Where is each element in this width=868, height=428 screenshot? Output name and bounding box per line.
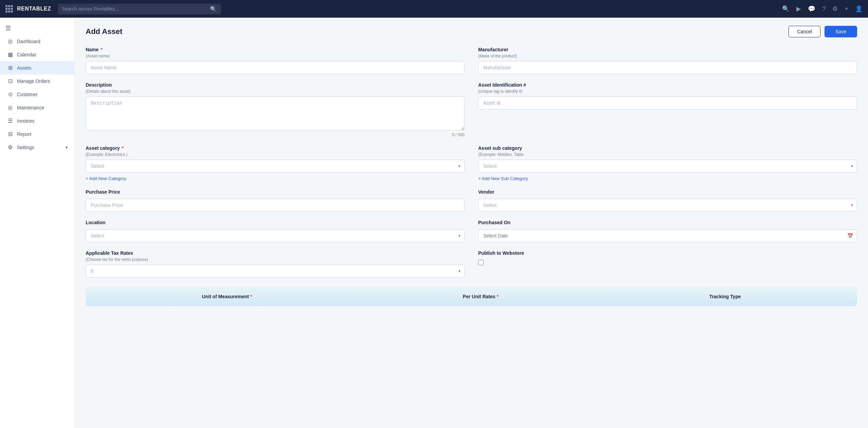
add-category-link[interactable]: + Add New Category [86, 176, 465, 181]
grid-menu[interactable] [5, 5, 13, 13]
purchase-price-input[interactable] [86, 199, 465, 212]
unit-of-measurement-field: Unit of Measurement * [202, 294, 252, 299]
sidebar-item-label: Customer [17, 92, 38, 97]
maintenance-icon: ◎ [7, 104, 14, 111]
tax-rates-field: Applicable Tax Rates (Choose tax for the… [86, 250, 465, 278]
sidebar-item-label: Settings [17, 145, 34, 150]
asset-category-select[interactable]: Select [86, 160, 465, 173]
sidebar-item-settings[interactable]: ⚙ Settings ▾ [0, 141, 74, 154]
calendar-icon: 📅 [847, 233, 853, 238]
location-label: Location [86, 220, 465, 225]
vendor-select[interactable]: Select [478, 199, 857, 212]
page-header: Add Asset Cancel Save [86, 26, 857, 37]
page-title: Add Asset [86, 27, 122, 36]
vendor-label: Vendor [478, 189, 857, 195]
grid-icon[interactable] [5, 5, 13, 13]
publish-webstore-row [478, 260, 857, 265]
location-field: Location Select ▾ [86, 220, 465, 242]
vendor-field: Vendor Select ▾ [478, 189, 857, 212]
sidebar-item-label: Invoices [17, 118, 34, 124]
publish-webstore-checkbox[interactable] [478, 260, 484, 265]
sidebar-item-label: Assets [17, 65, 31, 71]
description-textarea[interactable] [86, 96, 465, 130]
cancel-button[interactable]: Cancel [788, 26, 820, 37]
search-bar[interactable]: 🔍 [58, 4, 221, 14]
name-label: Name * [86, 47, 465, 52]
tracking-type-label: Tracking Type [709, 294, 741, 299]
chevron-down-icon: ▾ [66, 145, 68, 150]
topbar-icons: 🔍 ▶ 💬 ? ⚙ + 👤 [782, 5, 863, 13]
asset-category-label: Asset category * [86, 145, 465, 151]
report-icon: ⊟ [7, 131, 14, 137]
sidebar-item-calendar[interactable]: ▦ Calendar [0, 48, 74, 61]
sidebar-item-assets[interactable]: ⊞ Assets [0, 61, 74, 74]
manufacturer-input[interactable] [478, 61, 857, 74]
char-count: 0 / 500 [86, 132, 465, 137]
sidebar-item-label: Calendar [17, 52, 36, 57]
play-icon[interactable]: ▶ [796, 5, 801, 13]
per-unit-rates-field: Per Unit Rates * [463, 294, 499, 299]
per-unit-rates-label: Per Unit Rates * [463, 294, 499, 299]
sidebar-item-report[interactable]: ⊟ Report [0, 127, 74, 141]
manufacturer-hint: (Make of the product) [478, 54, 857, 58]
sidebar-item-invoices[interactable]: ☰ Invoices [0, 114, 74, 127]
search-icon[interactable]: 🔍 [782, 5, 789, 13]
description-hint: (Details about this asset) [86, 89, 465, 94]
unit-of-measurement-label: Unit of Measurement * [202, 294, 252, 299]
manufacturer-field: Manufacturer (Make of the product) [478, 47, 857, 74]
help-icon[interactable]: ? [822, 5, 826, 13]
bottom-section: Unit of Measurement * Per Unit Rates * T… [86, 287, 857, 306]
purchased-on-input[interactable] [478, 229, 857, 242]
asset-id-label: Asset Identification # [478, 82, 857, 88]
search-icon: 🔍 [210, 6, 217, 12]
add-asset-form: Name * (Asset name) Manufacturer (Make o… [86, 47, 857, 278]
asset-id-input[interactable] [478, 96, 857, 109]
topbar: RENTABLEZ 🔍 🔍 ▶ 💬 ? ⚙ + 👤 [0, 0, 868, 18]
sidebar-item-customer[interactable]: ⊙ Customer [0, 88, 74, 101]
asset-category-hint: (Example: Electronics ) [86, 152, 465, 157]
asset-subcategory-select-wrapper: Select ▾ [478, 160, 857, 173]
purchased-on-label: Purchased On [478, 220, 857, 225]
save-button[interactable]: Save [824, 26, 857, 37]
asset-subcategory-field: Asset sub category (Example: Mobiles, Ta… [478, 145, 857, 181]
tax-rates-select[interactable]: 0 [86, 265, 465, 278]
sidebar-item-maintenance[interactable]: ◎ Maintenance [0, 101, 74, 114]
vendor-select-wrapper: Select ▾ [478, 199, 857, 212]
manufacturer-label: Manufacturer [478, 47, 857, 52]
add-subcategory-link[interactable]: + Add New Sub Category [478, 176, 857, 181]
calendar-icon: ▦ [7, 51, 14, 58]
location-select[interactable]: Select [86, 229, 465, 242]
name-input[interactable] [86, 61, 465, 74]
assets-icon: ⊞ [7, 65, 14, 71]
add-icon[interactable]: + [845, 5, 848, 13]
purchase-price-field: Purchase Price [86, 189, 465, 212]
asset-subcategory-select[interactable]: Select [478, 160, 857, 173]
header-actions: Cancel Save [788, 26, 857, 37]
description-field: Description (Details about this asset) 0… [86, 82, 465, 137]
customer-icon: ⊙ [7, 91, 14, 97]
invoices-icon: ☰ [7, 118, 14, 124]
description-label: Description [86, 82, 465, 88]
sidebar-item-manage-orders[interactable]: ⊡ Manage Orders [0, 74, 74, 88]
brand-name: RENTABLEZ [17, 6, 51, 12]
main-content: Add Asset Cancel Save Name * (Asset name… [75, 18, 868, 428]
search-input[interactable] [62, 6, 207, 12]
asset-subcategory-hint: (Example: Mobiles, Table [478, 152, 857, 157]
tracking-type-field: Tracking Type [709, 294, 741, 299]
asset-category-select-wrapper: Select ▾ [86, 160, 465, 173]
hamburger-menu[interactable]: ☰ [0, 22, 74, 35]
name-hint: (Asset name) [86, 54, 465, 58]
location-select-wrapper: Select ▾ [86, 229, 465, 242]
purchased-on-date-wrapper: 📅 [478, 229, 857, 242]
sidebar-item-dashboard[interactable]: ◎ Dashboard [0, 35, 74, 48]
settings-icon[interactable]: ⚙ [832, 5, 838, 13]
publish-webstore-label: Publish to Webstore [478, 250, 857, 256]
asset-subcategory-label: Asset sub category [478, 145, 857, 151]
asset-id-field: Asset Identification # (Unique tag to id… [478, 82, 857, 137]
publish-webstore-field: Publish to Webstore [478, 250, 857, 278]
tax-rates-hint: (Choose tax for the rento purpose) [86, 257, 465, 262]
sidebar-item-label: Manage Orders [17, 78, 50, 84]
user-icon[interactable]: 👤 [855, 5, 863, 13]
sidebar: ☰ ◎ Dashboard ▦ Calendar ⊞ Assets ⊡ Mana… [0, 18, 75, 428]
chat-icon[interactable]: 💬 [808, 5, 815, 13]
